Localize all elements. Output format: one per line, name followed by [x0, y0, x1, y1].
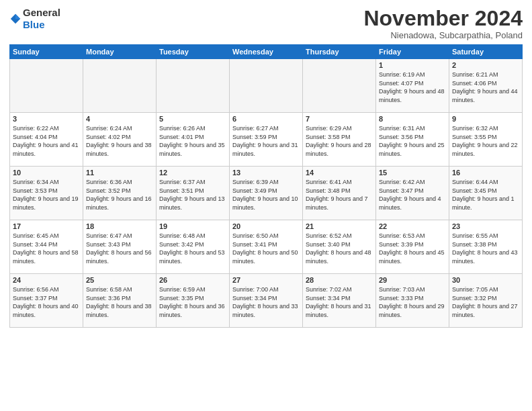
calendar-cell: 15Sunrise: 6:42 AMSunset: 3:47 PMDayligh… — [376, 167, 449, 220]
calendar-cell: 26Sunrise: 6:59 AMSunset: 3:35 PMDayligh… — [157, 274, 230, 328]
day-number: 18 — [86, 222, 153, 230]
day-number: 11 — [86, 169, 153, 177]
location: Nienadowa, Subcarpathia, Poland — [363, 30, 523, 40]
day-info: Sunrise: 6:45 AMSunset: 3:44 PMDaylight:… — [13, 232, 80, 265]
day-info: Sunrise: 7:03 AMSunset: 3:33 PMDaylight:… — [379, 285, 446, 319]
day-number: 6 — [232, 115, 300, 123]
title-section: November 2024 Nienadowa, Subcarpathia, P… — [363, 7, 523, 40]
day-number: 1 — [379, 61, 446, 69]
day-number: 25 — [86, 276, 153, 284]
day-number: 4 — [86, 115, 153, 123]
logo-icon — [9, 13, 21, 25]
calendar-cell: 29Sunrise: 7:03 AMSunset: 3:33 PMDayligh… — [376, 274, 449, 328]
day-info: Sunrise: 6:52 AMSunset: 3:40 PMDaylight:… — [306, 232, 373, 265]
calendar-week-1: 1Sunrise: 6:19 AMSunset: 4:07 PMDaylight… — [10, 59, 523, 113]
day-info: Sunrise: 6:53 AMSunset: 3:39 PMDaylight:… — [379, 232, 446, 265]
day-info: Sunrise: 6:55 AMSunset: 3:38 PMDaylight:… — [452, 232, 519, 265]
calendar-table: SundayMondayTuesdayWednesdayThursdayFrid… — [9, 44, 523, 328]
weekday-header-monday: Monday — [83, 45, 157, 59]
calendar-cell: 16Sunrise: 6:44 AMSunset: 3:45 PMDayligh… — [449, 167, 523, 220]
calendar-cell: 27Sunrise: 7:00 AMSunset: 3:34 PMDayligh… — [230, 274, 303, 328]
day-number: 22 — [379, 222, 446, 230]
day-number: 8 — [379, 115, 446, 123]
calendar-cell: 4Sunrise: 6:24 AMSunset: 4:02 PMDaylight… — [83, 113, 157, 167]
day-info: Sunrise: 6:24 AMSunset: 4:02 PMDaylight:… — [86, 124, 153, 158]
calendar-week-2: 3Sunrise: 6:22 AMSunset: 4:04 PMDaylight… — [10, 113, 523, 167]
calendar-cell: 7Sunrise: 6:29 AMSunset: 3:58 PMDaylight… — [303, 113, 376, 167]
day-info: Sunrise: 6:48 AMSunset: 3:42 PMDaylight:… — [159, 232, 226, 265]
day-info: Sunrise: 6:34 AMSunset: 3:53 PMDaylight:… — [13, 178, 80, 212]
day-info: Sunrise: 6:56 AMSunset: 3:37 PMDaylight:… — [13, 285, 80, 319]
day-info: Sunrise: 6:39 AMSunset: 3:49 PMDaylight:… — [232, 178, 300, 212]
day-info: Sunrise: 7:05 AMSunset: 3:32 PMDaylight:… — [452, 285, 519, 319]
calendar-cell: 6Sunrise: 6:27 AMSunset: 3:59 PMDaylight… — [230, 113, 303, 167]
page: General Blue November 2024 Nienadowa, Su… — [0, 0, 532, 411]
weekday-header-thursday: Thursday — [303, 45, 376, 59]
day-number: 15 — [379, 169, 446, 177]
logo-general: General — [23, 7, 60, 18]
day-number: 27 — [232, 276, 300, 284]
day-info: Sunrise: 6:31 AMSunset: 3:56 PMDaylight:… — [379, 124, 446, 158]
logo: General Blue — [9, 7, 60, 31]
day-number: 26 — [159, 276, 226, 284]
day-info: Sunrise: 6:26 AMSunset: 4:01 PMDaylight:… — [159, 124, 226, 158]
calendar-cell — [157, 59, 230, 113]
day-info: Sunrise: 6:19 AMSunset: 4:07 PMDaylight:… — [379, 71, 446, 104]
calendar-cell: 14Sunrise: 6:41 AMSunset: 3:48 PMDayligh… — [303, 167, 376, 220]
day-number: 9 — [452, 115, 519, 123]
calendar-cell: 22Sunrise: 6:53 AMSunset: 3:39 PMDayligh… — [376, 220, 449, 274]
day-number: 21 — [306, 222, 373, 230]
weekday-header-wednesday: Wednesday — [230, 45, 303, 59]
day-info: Sunrise: 6:59 AMSunset: 3:35 PMDaylight:… — [159, 285, 226, 319]
calendar-body: 1Sunrise: 6:19 AMSunset: 4:07 PMDaylight… — [10, 59, 523, 328]
day-info: Sunrise: 6:41 AMSunset: 3:48 PMDaylight:… — [306, 178, 373, 212]
calendar-cell: 19Sunrise: 6:48 AMSunset: 3:42 PMDayligh… — [157, 220, 230, 274]
calendar-cell: 2Sunrise: 6:21 AMSunset: 4:06 PMDaylight… — [449, 59, 523, 113]
day-number: 2 — [452, 61, 519, 69]
day-number: 23 — [452, 222, 519, 230]
weekday-header-sunday: Sunday — [10, 45, 83, 59]
calendar-cell: 10Sunrise: 6:34 AMSunset: 3:53 PMDayligh… — [10, 167, 83, 220]
day-number: 14 — [306, 169, 373, 177]
weekday-header-friday: Friday — [376, 45, 449, 59]
day-info: Sunrise: 6:50 AMSunset: 3:41 PMDaylight:… — [232, 232, 300, 265]
day-info: Sunrise: 6:44 AMSunset: 3:45 PMDaylight:… — [452, 178, 519, 212]
calendar-cell: 9Sunrise: 6:32 AMSunset: 3:55 PMDaylight… — [449, 113, 523, 167]
day-info: Sunrise: 6:42 AMSunset: 3:47 PMDaylight:… — [379, 178, 446, 212]
day-info: Sunrise: 7:02 AMSunset: 3:34 PMDaylight:… — [306, 285, 373, 319]
calendar-week-3: 10Sunrise: 6:34 AMSunset: 3:53 PMDayligh… — [10, 167, 523, 220]
day-number: 29 — [379, 276, 446, 284]
calendar-cell: 28Sunrise: 7:02 AMSunset: 3:34 PMDayligh… — [303, 274, 376, 328]
day-info: Sunrise: 6:36 AMSunset: 3:52 PMDaylight:… — [86, 178, 153, 212]
day-info: Sunrise: 6:21 AMSunset: 4:06 PMDaylight:… — [452, 71, 519, 104]
day-number: 17 — [13, 222, 80, 230]
day-number: 10 — [13, 169, 80, 177]
calendar-cell: 5Sunrise: 6:26 AMSunset: 4:01 PMDaylight… — [157, 113, 230, 167]
day-number: 3 — [13, 115, 80, 123]
day-number: 12 — [159, 169, 226, 177]
day-number: 19 — [159, 222, 226, 230]
day-number: 24 — [13, 276, 80, 284]
day-number: 7 — [306, 115, 373, 123]
logo-blue: Blue — [23, 19, 45, 30]
calendar-cell: 11Sunrise: 6:36 AMSunset: 3:52 PMDayligh… — [83, 167, 157, 220]
day-info: Sunrise: 6:58 AMSunset: 3:36 PMDaylight:… — [86, 285, 153, 319]
calendar-cell — [83, 59, 157, 113]
day-info: Sunrise: 6:47 AMSunset: 3:43 PMDaylight:… — [86, 232, 153, 265]
calendar-cell: 12Sunrise: 6:37 AMSunset: 3:51 PMDayligh… — [157, 167, 230, 220]
day-number: 5 — [159, 115, 226, 123]
calendar-week-5: 24Sunrise: 6:56 AMSunset: 3:37 PMDayligh… — [10, 274, 523, 328]
calendar-cell: 24Sunrise: 6:56 AMSunset: 3:37 PMDayligh… — [10, 274, 83, 328]
weekday-header-row: SundayMondayTuesdayWednesdayThursdayFrid… — [10, 45, 523, 59]
month-title: November 2024 — [363, 7, 523, 30]
day-info: Sunrise: 6:37 AMSunset: 3:51 PMDaylight:… — [159, 178, 226, 212]
weekday-header-saturday: Saturday — [449, 45, 523, 59]
calendar-cell: 20Sunrise: 6:50 AMSunset: 3:41 PMDayligh… — [230, 220, 303, 274]
day-number: 13 — [232, 169, 300, 177]
day-info: Sunrise: 6:27 AMSunset: 3:59 PMDaylight:… — [232, 124, 300, 158]
day-info: Sunrise: 6:32 AMSunset: 3:55 PMDaylight:… — [452, 124, 519, 158]
day-number: 30 — [452, 276, 519, 284]
calendar-cell: 13Sunrise: 6:39 AMSunset: 3:49 PMDayligh… — [230, 167, 303, 220]
calendar-cell — [230, 59, 303, 113]
header: General Blue November 2024 Nienadowa, Su… — [9, 7, 523, 40]
